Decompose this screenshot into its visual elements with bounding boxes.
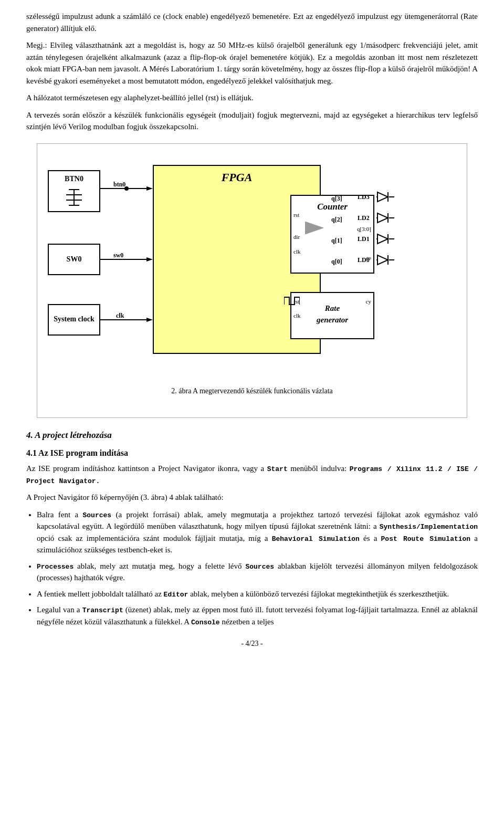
bullet-editor: A fentiek mellett jobboldalt található a… bbox=[37, 588, 478, 600]
ld3-label: LD3 bbox=[358, 192, 373, 202]
ld3-symbol bbox=[376, 191, 395, 203]
q-arrow bbox=[305, 222, 326, 234]
led-area: LD3 LD2 LD1 bbox=[358, 191, 395, 275]
fig-caption: 2. ábra A megtervezendő készülék funkcio… bbox=[48, 385, 456, 396]
svg-marker-36 bbox=[377, 213, 388, 223]
paragraph-3: A hálózatot természetesen egy alaphelyze… bbox=[26, 92, 478, 104]
btn0-label: BTN0 bbox=[65, 173, 83, 184]
q1-label: q[1] bbox=[331, 236, 342, 245]
counter-rst-port: rst bbox=[293, 211, 299, 219]
section41-para1: Az ISE program indításhoz kattintson a P… bbox=[26, 463, 478, 486]
ld0-symbol bbox=[376, 254, 395, 266]
transcript-code: Transcript bbox=[82, 606, 123, 614]
svg-marker-32 bbox=[377, 192, 388, 202]
cy-symbol bbox=[284, 295, 300, 307]
start-code: Start bbox=[267, 465, 288, 473]
rate-cy-port: cy bbox=[366, 297, 371, 306]
processes-code: Processes bbox=[37, 563, 74, 571]
svg-marker-6 bbox=[146, 318, 153, 322]
svg-marker-4 bbox=[146, 257, 153, 261]
svg-marker-44 bbox=[377, 255, 388, 265]
q3-label: q[3] bbox=[331, 194, 342, 203]
ld2-label: LD2 bbox=[358, 213, 373, 223]
counter-dir-port: dir bbox=[293, 233, 300, 242]
wire-btn0-label: btn0 bbox=[113, 180, 125, 189]
bullet-transcript-after2: nézetben a teljes bbox=[220, 618, 274, 626]
led0-row: LD0 bbox=[358, 254, 395, 266]
sources-code: Sources bbox=[83, 511, 112, 519]
editor-code: Editor bbox=[164, 591, 188, 599]
bullet-sources-after3: és a bbox=[360, 534, 381, 542]
ld1-symbol bbox=[376, 233, 395, 245]
console-code: Console bbox=[191, 619, 220, 626]
bullet-transcript-before: Legalul van a bbox=[37, 605, 82, 614]
svg-marker-31 bbox=[305, 222, 323, 234]
led1-row: LD1 bbox=[358, 233, 395, 245]
paragraph-2: Megj.: Elvileg választhatnánk azt a mego… bbox=[26, 39, 478, 87]
section4-title: 4. A project létrehozása bbox=[26, 428, 478, 442]
btn0-symbol bbox=[61, 187, 87, 208]
page-number: - 4/23 - bbox=[26, 638, 478, 649]
bullet-processes-after1: ablak, mely azt mutatja meg, hogy a fele… bbox=[74, 562, 245, 570]
svg-marker-40 bbox=[377, 234, 388, 244]
q0-label: q[0] bbox=[331, 257, 342, 266]
rate-gen-label: Rategenerator bbox=[291, 293, 373, 326]
btn0-box: BTN0 bbox=[48, 170, 100, 212]
synthesis-code: Synthesis/Implementation bbox=[380, 523, 478, 531]
wire-clk-label: clk bbox=[116, 311, 124, 320]
q2-label: q[2] bbox=[331, 215, 342, 224]
paragraph-1: szélességű impulzust adunk a számláló ce… bbox=[26, 11, 478, 34]
bullet-sources-after2: opció csak az implementációra szánt modu… bbox=[37, 534, 272, 542]
postroute-code: Post Route Simulation bbox=[381, 535, 471, 543]
rate-clk-port: clk bbox=[293, 311, 300, 320]
paragraph-4: A tervezés során először a készülék funk… bbox=[26, 109, 478, 133]
led3-row: LD3 bbox=[358, 191, 395, 203]
bullet-sources-before: Balra fent a bbox=[37, 510, 83, 519]
ld2-symbol bbox=[376, 212, 395, 224]
bullet-transcript: Legalul van a Transcript (üzenet) ablak,… bbox=[37, 604, 478, 627]
section41-para2: A Project Navigátor fő képernyőjén (3. á… bbox=[26, 491, 478, 504]
sysclk-box: System clock bbox=[48, 304, 100, 336]
sw0-label: SW0 bbox=[67, 254, 82, 265]
bullet-processes: Processes ablak, mely azt mutatja meg, h… bbox=[37, 560, 478, 584]
bullet-editor-before: A fentiek mellett jobboldalt található a… bbox=[37, 590, 164, 598]
bullet-sources: Balra fent a Sources (a projekt forrásai… bbox=[37, 509, 478, 556]
behavioral-code: Behavioral Simulation bbox=[272, 535, 360, 543]
diagram-container: FPGA Counter rst dir clk q[3:0] ce Rateg… bbox=[37, 143, 467, 418]
svg-marker-1 bbox=[146, 186, 153, 191]
counter-clk-port: clk bbox=[293, 247, 300, 256]
sysclk-label: System clock bbox=[54, 315, 94, 324]
fpga-block: FPGA Counter rst dir clk q[3:0] ce Rateg… bbox=[153, 165, 321, 354]
sw0-box: SW0 bbox=[48, 244, 100, 275]
led2-row: LD2 bbox=[358, 212, 395, 224]
section41-title: 4.1 Az ISE program indítása bbox=[26, 447, 478, 459]
bullet-editor-after: ablak, melyben a különböző tervezési fáj… bbox=[188, 590, 449, 598]
wire-sw0-label: sw0 bbox=[113, 250, 123, 260]
ld1-label: LD1 bbox=[358, 234, 373, 244]
bullet-list: Balra fent a Sources (a projekt forrásai… bbox=[37, 509, 478, 628]
ld0-label: LD0 bbox=[358, 255, 373, 265]
sources-code2: Sources bbox=[245, 563, 274, 571]
rate-gen-block: Rategenerator rst clk cy bbox=[290, 292, 374, 339]
fpga-label: FPGA bbox=[154, 166, 320, 186]
diagram-inner: FPGA Counter rst dir clk q[3:0] ce Rateg… bbox=[48, 160, 457, 380]
